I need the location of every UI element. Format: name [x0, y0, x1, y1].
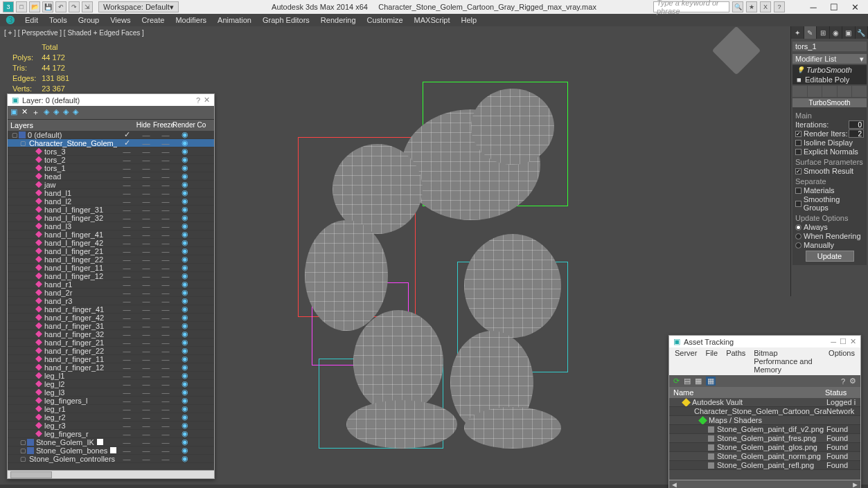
asset-row[interactable]: Stone_Golem_paint_dif_v2.pngFound — [669, 425, 860, 434]
layers-hscroll[interactable] — [8, 470, 214, 478]
asset-row[interactable]: Stone_Golem_paint_fres.pngFound — [669, 434, 860, 443]
tab-motion-icon[interactable]: ◉ — [830, 26, 843, 39]
viewport-label[interactable]: [ + ] [ Perspective ] [ Shaded + Edged F… — [4, 29, 144, 37]
tab-display-icon[interactable]: ▣ — [842, 26, 856, 39]
asset-menu-paths[interactable]: Paths — [726, 349, 745, 374]
iterations-input[interactable] — [849, 120, 864, 129]
menu-tools[interactable]: Tools — [44, 14, 73, 26]
exchange-icon[interactable]: X — [760, 1, 771, 12]
tab-create-icon[interactable]: ✦ — [791, 26, 804, 39]
select-highlight-icon[interactable]: ◈ — [44, 107, 49, 118]
viewcube-icon[interactable] — [712, 26, 761, 75]
add-selection-icon[interactable]: ＋ — [32, 107, 39, 118]
undo-icon[interactable]: ↶ — [55, 1, 67, 12]
layers-icon: ▣ — [12, 96, 19, 105]
materials-check[interactable]: Materials — [795, 186, 835, 195]
freeze-unfreeze-icon[interactable]: ◈ — [73, 107, 78, 118]
refresh-icon[interactable]: ⟳ — [673, 377, 680, 386]
menu-modifiers[interactable]: Modifiers — [170, 14, 212, 26]
menu-customize[interactable]: Customize — [362, 14, 409, 26]
layers-title-bar[interactable]: ▣ Layer: 0 (default) ? ✕ — [8, 94, 214, 106]
modifier-list-combo[interactable]: Modifier List▾ — [792, 54, 867, 64]
asset-row[interactable]: Maps / Shaders — [669, 416, 860, 425]
table-view-icon[interactable]: ▦ — [706, 377, 716, 386]
isoline-check[interactable]: Isoline Display — [795, 138, 853, 147]
close-icon[interactable]: ✕ — [850, 337, 856, 346]
update-manual-radio[interactable]: Manually — [795, 241, 834, 249]
selection-name-input[interactable]: tors_1 — [792, 42, 867, 51]
options-icon[interactable]: ⚙ — [849, 377, 856, 386]
command-panel: ✦ ✎ ⊞ ◉ ▣ 🔧 tors_1 Modifier List▾ TurboS… — [790, 26, 868, 296]
render-iters-input[interactable] — [849, 129, 864, 138]
help-icon[interactable]: ? — [196, 96, 200, 105]
layers-tree[interactable]: ▢0 (default)✓——◉▢Character_Stone_Golem_C… — [8, 131, 214, 470]
modifier-stack[interactable]: TurboSmooth ■Editable Poly — [792, 65, 867, 84]
asset-menu-server[interactable]: Server — [675, 349, 697, 374]
minimize-icon[interactable]: ─ — [831, 338, 836, 346]
menu-edit[interactable]: Edit — [19, 14, 44, 26]
tab-utilities-icon[interactable]: 🔧 — [856, 26, 869, 39]
asset-menu-file[interactable]: File — [705, 349, 718, 374]
menu-graph-editors[interactable]: Graph Editors — [257, 14, 315, 26]
layers-dialog: ▣ Layer: 0 (default) ? ✕ ▣ ✕ ＋ ◈ ◈ ◈ ◈ L… — [7, 93, 215, 479]
workspace-selector[interactable]: Workspace: Default ▾ — [98, 1, 179, 12]
turbosmooth-rollup: TurboSmooth Main Iterations: ✓Render Ite… — [792, 98, 867, 265]
close-icon[interactable]: ✕ — [204, 96, 210, 105]
new-layer-icon[interactable]: ▣ — [10, 107, 17, 118]
explicit-check[interactable]: Explicit Normals — [795, 147, 858, 156]
quick-access-toolbar: 3 □ 📂 💾 ↶ ↷ ⇲ — [0, 1, 96, 12]
sgroups-check[interactable]: Smoothing Groups — [795, 195, 864, 212]
asset-row[interactable]: Stone_Golem_paint_glos.pngFound — [669, 443, 860, 452]
render-iters-check[interactable]: ✓Render Iters: — [795, 129, 848, 138]
asset-hscroll[interactable]: ◄► — [669, 480, 860, 488]
asset-row[interactable]: Autodesk VaultLogged i — [669, 398, 860, 407]
brand-icon[interactable]: ➌ — [3, 14, 18, 26]
smooth-result-check[interactable]: ✓Smooth Result — [795, 167, 853, 175]
redo-icon[interactable]: ↷ — [69, 1, 80, 12]
asset-row[interactable]: Stone_Golem_paint_norm.pngFound — [669, 452, 860, 461]
asset-title-bar[interactable]: ▣ Asset Tracking ─ ☐ ✕ — [669, 336, 860, 347]
menu-maxscript[interactable]: MAXScript — [409, 14, 456, 26]
highlight-select-icon[interactable]: ◈ — [53, 107, 59, 118]
app-menu-icon[interactable]: 3 — [3, 1, 14, 12]
update-render-radio[interactable]: When Rendering — [795, 232, 861, 240]
maximize-button[interactable]: ☐ — [825, 1, 843, 12]
pin-stack-icon[interactable] — [792, 86, 807, 97]
search-input[interactable]: Type a keyword or phrase — [653, 1, 729, 12]
menu-animation[interactable]: Animation — [212, 14, 257, 26]
list-view-icon[interactable]: ▦ — [695, 377, 702, 386]
asset-row[interactable]: Character_Stone_Golem_Cartoon_Gray_Rigge… — [669, 407, 860, 416]
menu-views[interactable]: Views — [105, 14, 136, 26]
menu-help[interactable]: Help — [456, 14, 483, 26]
open-icon[interactable]: 📂 — [29, 1, 40, 12]
tree-view-icon[interactable]: ▤ — [684, 377, 691, 386]
menu-rendering[interactable]: Rendering — [315, 14, 362, 26]
update-always-radio[interactable]: Always — [795, 223, 828, 231]
search-icon[interactable]: 🔍 — [732, 1, 743, 12]
minimize-button[interactable]: ─ — [804, 1, 822, 12]
hide-unhide-icon[interactable]: ◈ — [63, 107, 69, 118]
menu-bar: ➌ EditToolsGroupViewsCreateModifiersAnim… — [0, 14, 868, 26]
asset-menu-options[interactable]: Options — [829, 349, 855, 374]
asset-menu-bitmap-performance-and-memory[interactable]: Bitmap Performance and Memory — [754, 349, 820, 374]
help-icon[interactable]: ? — [841, 377, 845, 386]
maximize-icon[interactable]: ☐ — [840, 337, 847, 346]
new-icon[interactable]: □ — [16, 1, 27, 12]
layer-row[interactable]: ▢Stone_Golem_controllers———◉ — [8, 455, 214, 463]
command-tabs: ✦ ✎ ⊞ ◉ ▣ 🔧 — [791, 26, 868, 39]
close-button[interactable]: ✕ — [846, 1, 864, 12]
menu-group[interactable]: Group — [73, 14, 105, 26]
save-icon[interactable]: 💾 — [42, 1, 53, 12]
golem-mesh[interactable] — [305, 82, 596, 469]
tab-hierarchy-icon[interactable]: ⊞ — [817, 26, 830, 39]
rollup-title[interactable]: TurboSmooth — [792, 98, 867, 107]
subscription-icon[interactable]: ★ — [746, 1, 757, 12]
title-bar: 3 □ 📂 💾 ↶ ↷ ⇲ Workspace: Default ▾ Autod… — [0, 0, 868, 14]
help-icon[interactable]: ? — [774, 1, 785, 12]
tab-modify-icon[interactable]: ✎ — [804, 26, 817, 39]
link-icon[interactable]: ⇲ — [82, 1, 93, 12]
update-button[interactable]: Update — [806, 251, 854, 262]
delete-layer-icon[interactable]: ✕ — [21, 107, 28, 118]
asset-row[interactable]: Stone_Golem_paint_refl.pngFound — [669, 461, 860, 470]
menu-create[interactable]: Create — [136, 14, 170, 26]
